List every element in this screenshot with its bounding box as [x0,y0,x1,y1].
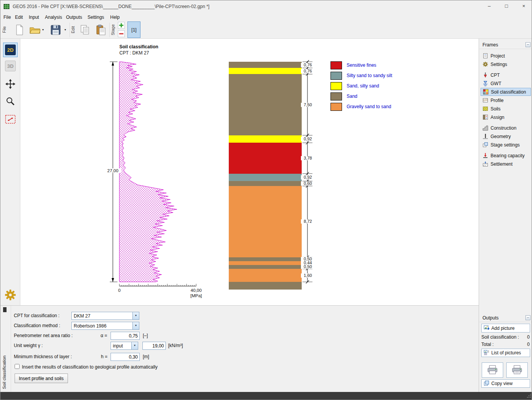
toolbar-group-file-label: File [2,22,7,37]
unit-weight-input[interactable] [142,342,166,350]
zoom-tool-button[interactable] [3,94,18,109]
min-thickness-unit: [m] [143,354,149,359]
print-document-button[interactable] [506,362,528,378]
frames-item-geometry[interactable]: Geometry [481,132,531,140]
min-thickness-input[interactable] [111,353,140,361]
title-bar: GEO5 2016 - Pile CPT [X:\WEB-SCREENS\___… [0,0,532,13]
copy-view-button[interactable]: Copy view [481,379,530,388]
zoom-extents-button[interactable] [3,112,18,127]
resize-grip[interactable] [527,394,531,399]
window-title: GEO5 2016 - Pile CPT [X:\WEB-SCREENS\___… [13,4,210,9]
profile-layers-icon [482,97,488,103]
window-minimize-button[interactable]: – [481,0,498,13]
add-picture-button[interactable]: Add picture [481,324,530,333]
chart-title: Soil classification [119,44,158,49]
stage-settings-icon [482,142,488,148]
frames-item-cpt[interactable]: CPT [481,71,531,79]
frames-item-soils[interactable]: Soils [481,105,531,113]
menu-input[interactable]: Input [29,13,39,21]
3d-icon: 3D [5,61,16,71]
view-3d-button[interactable]: 3D [3,59,18,73]
frames-item-settings[interactable]: Settings [481,60,531,68]
drawing-settings-button[interactable] [3,288,18,303]
window-close-button[interactable]: × [515,0,532,13]
open-file-dropdown-icon[interactable]: ▾ [42,28,44,31]
list-of-pictures-button[interactable]: List of pictures [481,349,530,357]
menu-edit[interactable]: Edit [15,13,23,21]
insert-results-checkbox[interactable] [15,364,20,369]
legend-item: Sand [330,92,392,100]
cpt-select[interactable]: DKM 27 ▾ [71,312,139,320]
copy-view-icon [484,380,489,387]
soil-layer-sand [229,62,302,68]
open-folder-icon [29,25,41,35]
toolbar-separator [69,23,70,37]
classification-method-value: Robertson 1986 [74,323,106,329]
layer-thickness-label: 0,50 [301,265,315,269]
menu-outputs[interactable]: Outputs [66,13,82,21]
save-file-dropdown-icon[interactable]: ▾ [64,28,66,31]
classification-method-select[interactable]: Robertson 1986 ▾ [71,322,139,330]
window-maximize-button[interactable]: □ [498,0,515,13]
frames-item-settlement[interactable]: Settlement [481,160,531,168]
total-depth-label: 27,00 [104,168,121,173]
menu-help[interactable]: Help [110,13,120,21]
new-file-button[interactable] [13,23,26,37]
outputs-row-label: Total : [481,342,494,347]
pan-tool-button[interactable] [3,77,18,92]
chevron-down-icon[interactable]: ▾ [132,312,139,319]
cpt-select-value: DKM 27 [74,313,90,319]
unit-weight-mode-select[interactable]: input ▾ [111,342,138,350]
menu-file[interactable]: File [3,13,11,21]
chevron-down-icon[interactable]: ▾ [131,342,138,349]
net-area-ratio-label: Penetrometer net area ratio : [14,333,73,338]
print-preview-button[interactable] [482,362,503,378]
menu-bar: File Edit Input Analysis Outputs Setting… [0,13,532,21]
unit-weight-unit: [kN/m³] [168,343,183,348]
outputs-panel-title: Outputs [482,315,499,321]
gear-icon [4,289,17,302]
legend-swatch [330,103,342,111]
outputs-minimize-button[interactable]: – [525,315,530,320]
insert-profile-and-soils-button[interactable]: Insert profile and soils [15,374,68,383]
printer-icon [487,365,498,376]
frames-item-construction[interactable]: Construction [481,124,531,132]
frames-item-project[interactable]: Project [481,52,531,60]
frames-item-bearing-capacity[interactable]: Bearing capacity [481,151,531,160]
soil-layer-sand-silty-sand [229,135,302,143]
toolbar-group-edit-label: Edit [71,22,75,37]
add-stage-button[interactable] [118,22,125,29]
frames-item-stage-settings[interactable]: Stage settings [481,141,531,149]
open-file-button[interactable] [28,23,42,37]
unit-weight-mode-value: input [113,343,123,349]
stage-1-button[interactable]: [1] [127,21,140,38]
remove-stage-button[interactable] [118,30,125,37]
frames-item-assign[interactable]: Assign [481,113,531,121]
frames-minimize-button[interactable]: – [525,42,530,47]
move-arrows-icon [5,79,15,90]
bearing-capacity-icon [482,153,488,158]
menu-analysis[interactable]: Analysis [45,13,62,21]
list-of-pictures-icon [484,350,489,356]
legend-swatch [330,72,342,80]
soil-layer-sand [229,265,302,269]
drawing-canvas[interactable]: Soil classification CPT : DKM 27 27,00 0… [20,39,479,305]
legend-item: Sensitive fines [330,61,392,69]
frames-panel-title: Frames [482,42,498,48]
panel-collapse-handle[interactable] [3,307,7,312]
net-area-ratio-input[interactable] [111,332,140,340]
2d-icon: 2D [5,44,16,55]
chevron-down-icon[interactable]: ▾ [132,322,139,329]
frames-item-soil-classification[interactable]: Soil classification [481,88,531,96]
frames-item-gwt[interactable]: GWT [481,79,531,87]
view-2d-button[interactable]: 2D [3,43,18,57]
save-file-button[interactable] [48,23,63,37]
frames-panel-header: Frames – [479,41,532,49]
layer-thickness-label: 8,72 [301,219,315,224]
menu-settings[interactable]: Settings [88,13,104,21]
outputs-count-row: Soil classification : 0 [481,334,530,341]
frames-item-profile[interactable]: Profile [481,96,531,104]
paste-button[interactable] [93,22,109,38]
view-toolbar: 2D 3D [0,39,20,305]
copy-button[interactable] [78,22,93,38]
